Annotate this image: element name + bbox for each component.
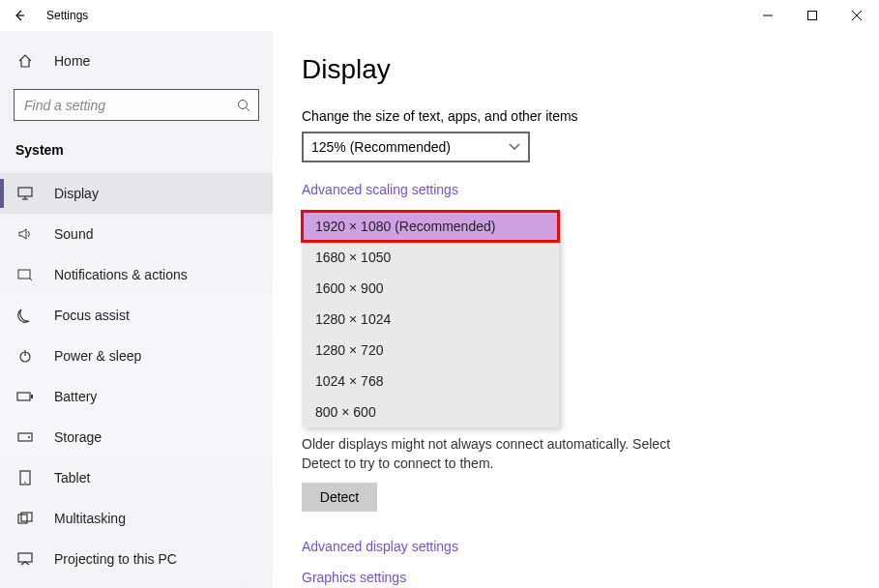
nav-item-label: Sound (54, 226, 93, 242)
resolution-dropdown[interactable]: 1920 × 1080 (Recommended) 1680 × 1050 16… (302, 211, 559, 427)
search-input-wrapper[interactable] (14, 89, 259, 121)
home-icon (15, 51, 35, 71)
nav-item-label: Battery (54, 389, 97, 404)
scale-combobox[interactable]: 125% (Recommended) (302, 132, 530, 162)
nav-item-label: Power & sleep (54, 348, 141, 364)
svg-rect-10 (18, 270, 30, 279)
graphics-settings-link[interactable]: Graphics settings (302, 570, 850, 585)
section-label: System (0, 134, 273, 165)
title-bar: Settings (0, 0, 879, 31)
minimize-icon (763, 11, 773, 20)
nav-list: Display Sound Notifications & actions Fo… (0, 165, 273, 579)
notifications-icon (15, 265, 35, 284)
storage-icon (15, 427, 35, 447)
nav-item-tablet[interactable]: Tablet (0, 457, 273, 498)
nav-item-projecting[interactable]: Projecting to this PC (0, 539, 273, 579)
minimize-button[interactable] (746, 0, 790, 31)
svg-rect-21 (18, 553, 32, 562)
nav-item-focus-assist[interactable]: Focus assist (0, 295, 273, 336)
svg-rect-14 (31, 395, 33, 398)
scale-value: 125% (Recommended) (311, 139, 451, 155)
nav-item-label: Display (54, 186, 99, 201)
nav-item-label: Storage (54, 429, 102, 445)
svg-point-18 (24, 482, 26, 484)
back-button[interactable] (0, 0, 39, 31)
arrow-left-icon (13, 9, 26, 22)
svg-point-16 (28, 436, 30, 438)
sidebar: Home System Display Sound (0, 31, 273, 588)
nav-item-notifications[interactable]: Notifications & actions (0, 254, 273, 295)
svg-rect-7 (18, 188, 32, 196)
svg-point-5 (239, 100, 248, 108)
resolution-option[interactable]: 1280 × 1024 (302, 304, 559, 335)
nav-item-display[interactable]: Display (0, 173, 273, 214)
window-title: Settings (46, 9, 88, 22)
sound-icon (15, 224, 35, 244)
resolution-option[interactable]: 1024 × 768 (302, 366, 559, 397)
chevron-down-icon (509, 143, 520, 151)
advanced-scaling-link[interactable]: Advanced scaling settings (302, 182, 458, 197)
nav-item-power-sleep[interactable]: Power & sleep (0, 336, 273, 376)
search-input[interactable] (22, 97, 237, 114)
nav-item-multitasking[interactable]: Multitasking (0, 498, 273, 539)
resolution-option[interactable]: 1280 × 720 (302, 335, 559, 366)
focus-assist-icon (15, 306, 35, 325)
nav-item-label: Multitasking (54, 511, 126, 526)
nav-item-label: Focus assist (54, 308, 130, 323)
battery-icon (15, 387, 35, 406)
tablet-icon (15, 468, 35, 487)
resolution-option-selected[interactable]: 1920 × 1080 (Recommended) (302, 211, 559, 242)
home-nav[interactable]: Home (0, 43, 273, 79)
nav-item-storage[interactable]: Storage (0, 417, 273, 457)
older-displays-text: Older displays might not always connect … (302, 435, 708, 473)
search-icon (237, 99, 250, 112)
scale-label: Change the size of text, apps, and other… (302, 108, 850, 124)
nav-item-battery[interactable]: Battery (0, 376, 273, 417)
nav-item-label: Projecting to this PC (54, 551, 177, 567)
multitasking-icon (15, 509, 35, 528)
resolution-option[interactable]: 800 × 600 (302, 397, 559, 427)
maximize-button[interactable] (790, 0, 835, 31)
resolution-option[interactable]: 1600 × 900 (302, 273, 559, 304)
advanced-display-link[interactable]: Advanced display settings (302, 539, 850, 554)
content-area: Display Change the size of text, apps, a… (273, 31, 879, 588)
svg-rect-13 (17, 393, 30, 400)
nav-item-label: Tablet (54, 470, 90, 485)
page-title: Display (302, 54, 850, 85)
resolution-option[interactable]: 1680 × 1050 (302, 242, 559, 273)
projecting-icon (15, 549, 35, 569)
maximize-icon (807, 11, 817, 20)
svg-rect-2 (808, 12, 817, 20)
close-button[interactable] (835, 0, 879, 31)
power-icon (15, 346, 35, 366)
display-icon (15, 184, 35, 203)
detect-button[interactable]: Detect (302, 483, 377, 512)
nav-item-sound[interactable]: Sound (0, 214, 273, 254)
home-label: Home (54, 53, 90, 69)
svg-line-6 (247, 107, 250, 111)
detect-button-label: Detect (320, 489, 359, 505)
close-icon (852, 11, 862, 20)
nav-item-label: Notifications & actions (54, 267, 188, 282)
svg-rect-19 (18, 514, 27, 523)
